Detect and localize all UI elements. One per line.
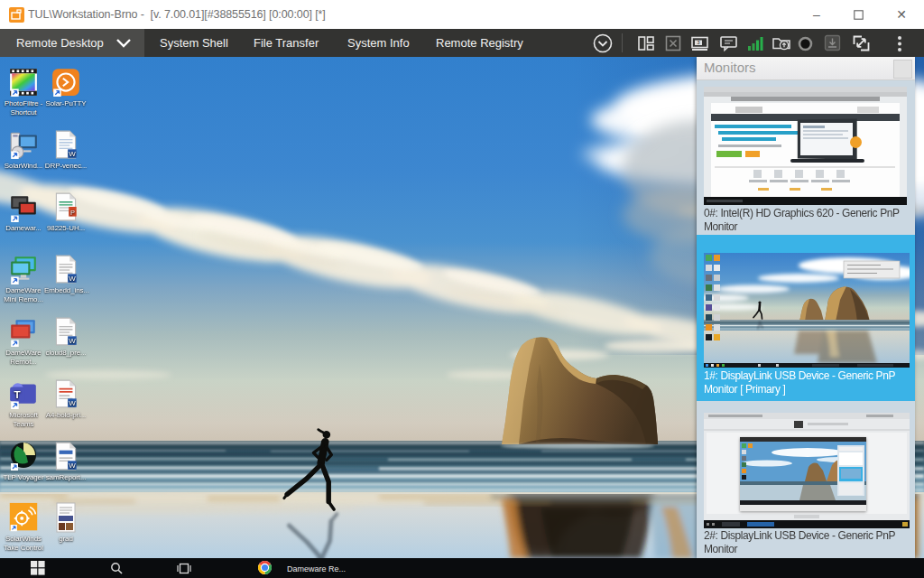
svg-text:W: W — [69, 150, 76, 158]
svg-text:W: W — [69, 275, 76, 283]
svg-text:T: T — [14, 388, 21, 400]
svg-text:W: W — [69, 337, 76, 345]
svg-text:W: W — [69, 399, 76, 407]
svg-text:P: P — [70, 209, 75, 217]
svg-text:W: W — [69, 461, 76, 470]
svg-text:3: 3 — [697, 40, 699, 45]
